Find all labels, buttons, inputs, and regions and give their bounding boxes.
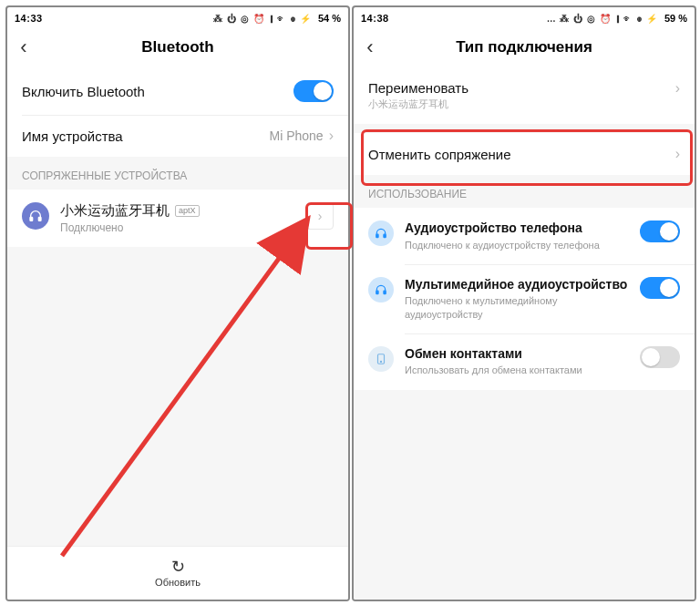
usage-media-audio-row[interactable]: Мультимедийное аудиоустройство Подключен… <box>354 264 695 333</box>
status-icons-group: ⁂ ⏻ ◎ ⏰ ‖ ᯤ ⊕ ⚡ 54 % <box>213 13 341 24</box>
phone-contacts-icon <box>368 346 394 372</box>
rename-subtitle: 小米运动蓝牙耳机 <box>368 97 675 111</box>
headphones-icon <box>368 220 394 246</box>
device-name-row[interactable]: Имя устройства Mi Phone › <box>7 115 348 157</box>
device-name-label: Имя устройства <box>22 128 270 144</box>
header: ‹ Bluetooth <box>7 27 348 67</box>
paired-device-name: 小米运动蓝牙耳机 <box>60 202 170 220</box>
paired-device-status: Подключено <box>60 221 306 234</box>
status-time: 14:33 <box>15 13 43 24</box>
device-details-button[interactable]: › <box>306 202 334 230</box>
svg-rect-1 <box>38 217 41 220</box>
chevron-right-icon: › <box>675 146 680 162</box>
codec-badge: aptX <box>175 205 200 217</box>
device-name-value: Mi Phone <box>270 128 324 143</box>
chevron-right-icon: › <box>675 80 680 97</box>
refresh-button[interactable]: ↻ Обновить <box>7 546 348 600</box>
phone-screenshot-bluetooth: 14:33 ⁂ ⏻ ◎ ⏰ ‖ ᯤ ⊕ ⚡ 54 % ‹ Bluetooth В… <box>5 5 350 601</box>
header: ‹ Тип подключения <box>354 27 695 67</box>
status-bar: 14:33 ⁂ ⏻ ◎ ⏰ ‖ ᯤ ⊕ ⚡ 54 % <box>7 7 348 27</box>
chevron-right-icon: › <box>329 128 334 144</box>
status-bar: 14:38 … ⁂ ⏻ ◎ ⏰ ‖ ᯤ ⊕ ⚡ 59 % <box>354 7 695 27</box>
usage-subtitle: Подключено к мультимедийному аудиоустрой… <box>405 294 633 321</box>
usage-title: Мультимедийное аудиоустройство <box>405 277 633 293</box>
usage-toggle[interactable] <box>640 277 680 299</box>
usage-section: ИСПОЛЬЗОВАНИЕ <box>354 175 695 208</box>
svg-point-7 <box>380 361 381 362</box>
usage-title: Обмен контактами <box>405 346 633 363</box>
empty-area <box>7 247 348 546</box>
svg-rect-0 <box>30 217 33 220</box>
refresh-icon: ↻ <box>171 559 185 575</box>
enable-bluetooth-row[interactable]: Включить Bluetooth <box>7 67 348 115</box>
refresh-label: Обновить <box>155 577 201 588</box>
headphones-icon <box>368 277 394 302</box>
page-title: Bluetooth <box>7 38 348 56</box>
paired-device-info: 小米运动蓝牙耳机 aptX Подключено <box>60 202 306 234</box>
usage-toggle[interactable] <box>640 220 680 242</box>
page-title: Тип подключения <box>354 38 695 56</box>
status-icons-group: … ⁂ ⏻ ◎ ⏰ ‖ ᯤ ⊕ ⚡ 59 % <box>547 13 687 24</box>
paired-device-row[interactable]: 小米运动蓝牙耳机 aptX Подключено › <box>7 190 348 247</box>
usage-subtitle: Использовать для обмена контактами <box>405 364 633 376</box>
svg-rect-5 <box>384 291 386 294</box>
phone-screenshot-connection-type: 14:38 … ⁂ ⏻ ◎ ⏰ ‖ ᯤ ⊕ ⚡ 59 % ‹ Тип подкл… <box>352 5 696 601</box>
paired-devices-section: СОПРЯЖЕННЫЕ УСТРОЙСТВА <box>7 157 348 190</box>
rename-row[interactable]: Переименовать 小米运动蓝牙耳机 › <box>354 67 695 124</box>
svg-rect-2 <box>376 234 378 238</box>
usage-subtitle: Подключено к аудиоустройству телефона <box>405 239 633 251</box>
usage-toggle <box>640 346 680 368</box>
usage-title: Аудиоустройство телефона <box>405 220 633 237</box>
rename-label: Переименовать <box>368 80 675 96</box>
usage-phone-audio-row[interactable]: Аудиоустройство телефона Подключено к ау… <box>354 208 695 264</box>
enable-bluetooth-label: Включить Bluetooth <box>22 84 293 99</box>
usage-contacts-row[interactable]: Обмен контактами Использовать для обмена… <box>354 333 695 390</box>
svg-rect-3 <box>384 234 386 238</box>
enable-bluetooth-toggle[interactable] <box>293 80 334 102</box>
svg-rect-4 <box>376 291 378 294</box>
headphones-icon <box>22 202 49 230</box>
unpair-label: Отменить сопряжение <box>368 147 675 162</box>
unpair-row[interactable]: Отменить сопряжение › <box>354 133 695 175</box>
status-time: 14:38 <box>361 13 389 24</box>
